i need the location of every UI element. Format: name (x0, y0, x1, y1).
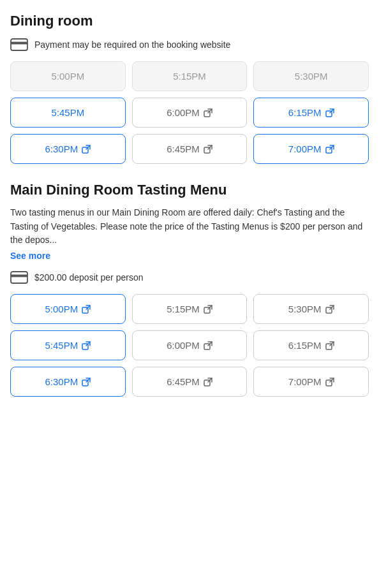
deposit-card-icon (10, 271, 28, 284)
svg-rect-12 (11, 272, 27, 283)
time-slot-button[interactable]: 6:00PM (132, 330, 248, 360)
time-slot-button[interactable]: 6:00PM (132, 98, 248, 128)
time-label: 6:30PM (45, 143, 78, 154)
time-slot-button: 5:00PM (10, 61, 126, 91)
time-label: 5:30PM (295, 71, 328, 82)
time-grid-1: 5:00PM5:15PM5:30PM5:45PM6:00PM 6:15PM 6:… (10, 61, 369, 164)
external-link-icon (82, 144, 91, 154)
time-slot-button[interactable]: 6:30PM (10, 367, 126, 397)
time-slot-button[interactable]: 5:45PM (10, 98, 126, 128)
time-label: 6:00PM (167, 340, 200, 351)
external-link-icon (204, 108, 212, 118)
external-link-icon (82, 341, 91, 351)
external-link-icon (204, 341, 212, 351)
external-link-icon (325, 108, 334, 118)
time-slot-button[interactable]: 6:15PM (253, 98, 369, 128)
svg-rect-0 (11, 39, 27, 50)
time-label: 5:45PM (45, 340, 78, 351)
payment-notice: Payment may be required on the booking w… (10, 38, 369, 51)
card-icon (10, 38, 28, 51)
time-label: 5:00PM (51, 71, 84, 82)
time-label: 5:45PM (51, 107, 84, 118)
external-link-icon (325, 341, 334, 351)
time-label: 5:15PM (173, 71, 206, 82)
see-more-button[interactable]: See more (10, 251, 50, 261)
time-label: 5:00PM (45, 304, 78, 314)
time-slot-button: 5:15PM (132, 61, 248, 91)
dining-room-title: Dining room (10, 13, 369, 29)
time-slot-button[interactable]: 6:30PM (10, 134, 126, 164)
time-label: 5:15PM (167, 304, 200, 314)
time-label: 5:30PM (288, 304, 322, 314)
deposit-notice-text: $200.00 deposit per person (34, 272, 143, 283)
svg-rect-1 (11, 42, 27, 45)
time-slot-button[interactable]: 6:45PM (132, 134, 248, 164)
time-slot-button[interactable]: 7:00PM (253, 134, 369, 164)
time-slot-button[interactable]: 6:15PM (253, 330, 369, 360)
external-link-icon (325, 377, 334, 387)
time-slot-button[interactable]: 5:00PM (10, 294, 126, 324)
tasting-menu-title: Main Dining Room Tasting Menu (10, 182, 369, 198)
time-grid-2: 5:00PM 5:15PM 5:30PM 5:45PM 6:00PM 6:15P… (10, 294, 369, 397)
external-link-icon (82, 304, 91, 314)
time-slot-button[interactable]: 7:00PM (253, 367, 369, 397)
deposit-notice: $200.00 deposit per person (10, 271, 369, 284)
time-label: 6:00PM (167, 107, 200, 118)
external-link-icon (204, 304, 212, 314)
tasting-menu-description: Two tasting menus in our Main Dining Roo… (10, 206, 369, 247)
time-slot-button[interactable]: 5:30PM (253, 294, 369, 324)
time-slot-button[interactable]: 5:45PM (10, 330, 126, 360)
time-slot-button[interactable]: 5:15PM (132, 294, 248, 324)
time-slot-button[interactable]: 6:45PM (132, 367, 248, 397)
time-label: 7:00PM (288, 376, 322, 387)
svg-rect-13 (11, 275, 27, 277)
time-label: 6:30PM (45, 376, 78, 387)
external-link-icon (204, 144, 212, 154)
time-label: 6:15PM (288, 107, 322, 118)
time-label: 6:45PM (167, 143, 200, 154)
external-link-icon (204, 377, 212, 387)
time-label: 6:15PM (288, 340, 322, 351)
external-link-icon (325, 304, 334, 314)
dining-room-section: Dining room Payment may be required on t… (10, 13, 369, 164)
time-label: 7:00PM (288, 143, 322, 154)
tasting-menu-section: Main Dining Room Tasting Menu Two tastin… (10, 182, 369, 397)
payment-notice-text: Payment may be required on the booking w… (34, 40, 230, 50)
time-slot-button: 5:30PM (253, 61, 369, 91)
external-link-icon (325, 144, 334, 154)
external-link-icon (82, 377, 91, 387)
time-label: 6:45PM (167, 376, 200, 387)
